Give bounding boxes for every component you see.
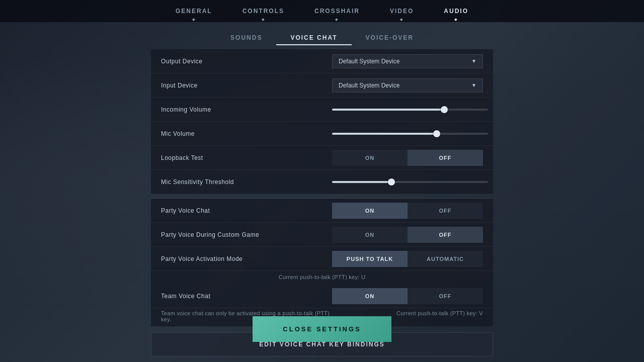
party-voice-custom-off[interactable]: Off <box>408 227 483 243</box>
party-voice-custom-row: Party Voice During Custom Game On Off <box>151 223 493 247</box>
incoming-volume-control <box>332 109 488 111</box>
mic-sensitivity-slider[interactable] <box>332 181 488 183</box>
nav-item-crosshair[interactable]: CROSSHAIR <box>314 6 360 17</box>
input-device-label: Input Device <box>161 82 332 89</box>
incoming-volume-row: Incoming Volume <box>151 98 493 122</box>
nav-item-general[interactable]: GENERAL <box>176 6 212 17</box>
party-voice-chat-on[interactable]: On <box>332 203 408 219</box>
party-voice-activation-control: Push to Talk Automatic <box>332 251 483 267</box>
party-voice-custom-control: On Off <box>332 227 483 243</box>
settings-panel: Output Device Default System Device ▼ In… <box>151 49 493 194</box>
team-voice-chat-toggle: On Off <box>332 288 483 304</box>
nav-item-audio[interactable]: AUDIO <box>444 6 468 17</box>
incoming-volume-slider[interactable] <box>332 109 488 111</box>
team-voice-chat-control: On Off <box>332 288 483 304</box>
party-voice-activation-label: Party Voice Activation Mode <box>161 255 332 262</box>
output-device-label: Output Device <box>161 58 332 65</box>
mic-sensitivity-label: Mic Sensitivity Threshold <box>161 178 332 186</box>
incoming-volume-fill <box>332 109 444 111</box>
mic-sensitivity-row: Mic Sensitivity Threshold <box>151 170 493 194</box>
party-voice-chat-off[interactable]: Off <box>408 203 483 219</box>
party-voice-activation-row: Party Voice Activation Mode Push to Talk… <box>151 247 493 271</box>
party-voice-activation-toggle: Push to Talk Automatic <box>332 251 483 267</box>
close-settings-button[interactable]: CLOSE SETTINGS <box>253 316 391 342</box>
input-device-control: Default System Device ▼ <box>332 78 483 93</box>
mic-volume-slider[interactable] <box>332 133 488 135</box>
mic-volume-thumb[interactable] <box>433 130 440 137</box>
party-voice-custom-on[interactable]: On <box>332 227 408 243</box>
mic-volume-label: Mic Volume <box>161 130 332 137</box>
loopback-test-on[interactable]: On <box>332 150 408 166</box>
incoming-volume-thumb[interactable] <box>441 106 448 113</box>
mic-volume-fill <box>332 133 437 135</box>
team-voice-chat-label: Team Voice Chat <box>161 293 332 300</box>
loopback-test-off[interactable]: Off <box>408 150 483 166</box>
party-voice-chat-row: Party Voice Chat On Off <box>151 199 493 223</box>
loopback-test-toggle: On Off <box>332 150 483 166</box>
top-nav: GENERAL CONTROLS CROSSHAIR VIDEO AUDIO <box>0 0 644 22</box>
sub-nav: SOUNDS VOICE CHAT VOICE-OVER <box>216 31 428 45</box>
nav-item-controls[interactable]: CONTROLS <box>243 6 284 17</box>
loopback-test-label: Loopback Test <box>161 154 332 161</box>
loopback-test-row: Loopback Test On Off <box>151 146 493 170</box>
mic-sensitivity-fill <box>332 181 391 183</box>
input-device-arrow: ▼ <box>471 82 476 88</box>
input-device-dropdown[interactable]: Default System Device ▼ <box>332 78 483 93</box>
incoming-volume-label: Incoming Volume <box>161 106 332 113</box>
party-voice-chat-label: Party Voice Chat <box>161 207 332 214</box>
party-voice-chat-toggle: On Off <box>332 203 483 219</box>
mic-sensitivity-thumb[interactable] <box>388 178 395 186</box>
party-voice-push-to-talk[interactable]: Push to Talk <box>332 251 408 267</box>
nav-item-video[interactable]: VIDEO <box>390 6 414 17</box>
team-voice-chat-off[interactable]: Off <box>408 288 483 304</box>
output-device-control: Default System Device ▼ <box>332 54 483 68</box>
party-ptt-hint: Current push-to-talk (PTT) key: U <box>151 271 493 284</box>
settings-panel-2: Party Voice Chat On Off Party Voice Duri… <box>151 199 493 326</box>
output-device-value: Default System Device <box>339 58 399 65</box>
loopback-test-control: On Off <box>332 150 483 166</box>
output-device-arrow: ▼ <box>471 58 476 64</box>
mic-sensitivity-control <box>332 181 488 183</box>
sub-nav-sounds[interactable]: SOUNDS <box>216 31 276 45</box>
sub-nav-voice-over[interactable]: VOICE-OVER <box>352 31 428 45</box>
party-voice-automatic[interactable]: Automatic <box>408 251 483 267</box>
input-device-value: Default System Device <box>339 82 399 89</box>
input-device-row: Input Device Default System Device ▼ <box>151 73 493 98</box>
team-voice-chat-on[interactable]: On <box>332 288 408 304</box>
output-device-row: Output Device Default System Device ▼ <box>151 49 493 73</box>
party-voice-custom-label: Party Voice During Custom Game <box>161 231 332 238</box>
mic-volume-row: Mic Volume <box>151 122 493 146</box>
party-voice-chat-control: On Off <box>332 203 483 219</box>
mic-volume-control <box>332 133 488 135</box>
output-device-dropdown[interactable]: Default System Device ▼ <box>332 54 483 68</box>
sub-nav-voice-chat[interactable]: VOICE CHAT <box>276 31 351 45</box>
team-voice-chat-row: Team Voice Chat On Off <box>151 284 493 308</box>
party-voice-custom-toggle: On Off <box>332 227 483 243</box>
